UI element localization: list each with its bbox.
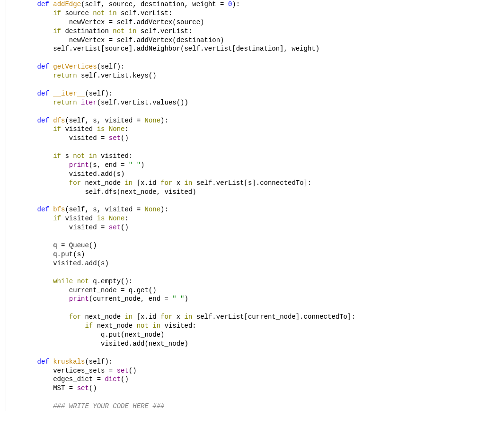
code-line[interactable]: self.dfs(next_node, visited)	[21, 188, 355, 197]
code-line[interactable]: q.put(next_node)	[21, 331, 355, 339]
code-line[interactable]	[21, 304, 355, 313]
code-line[interactable]: current_node = q.get()	[21, 286, 355, 295]
token	[73, 278, 77, 285]
code-line[interactable]: def kruskals(self):	[21, 357, 355, 366]
code-line[interactable]: def getVertices(self):	[21, 62, 355, 71]
code-line[interactable]: print(current_node, end = " ")	[21, 295, 355, 304]
token: is	[97, 215, 105, 222]
token: bfs	[53, 206, 65, 213]
code-line[interactable]: if next_node not in visited:	[21, 322, 355, 331]
code-line[interactable]: ### WRITE YOUR CODE HERE ###	[21, 402, 355, 411]
code-line[interactable]: self.verList[source].addNeighbor(self.ve…	[21, 44, 355, 53]
token: kruskals	[53, 358, 85, 365]
token: ):	[232, 0, 240, 8]
token: (self, source, destination, weight =	[81, 0, 228, 8]
token: is	[97, 125, 105, 133]
token: return	[53, 99, 77, 106]
code-line[interactable]: q.put(s)	[21, 250, 355, 259]
token: in	[185, 313, 193, 321]
code-line[interactable]	[21, 232, 355, 241]
token: not in	[137, 322, 160, 330]
token: next_node	[93, 322, 136, 330]
token: (current_node, end =	[89, 295, 172, 303]
code-line[interactable]: for next_node in [x.id for x in self.ver…	[21, 313, 355, 322]
code-line[interactable]	[21, 107, 355, 116]
token: " "	[172, 295, 184, 303]
token: visited.add(s)	[69, 170, 125, 178]
token	[77, 99, 81, 106]
code-line[interactable]: q = Queue()	[21, 241, 355, 250]
code-line[interactable]: visited = set()	[21, 223, 355, 232]
code-line[interactable]	[21, 80, 355, 89]
token: self.verList[s].connectedTo]:	[192, 179, 311, 187]
code-line[interactable]: visited = set()	[21, 134, 355, 143]
token: while	[53, 278, 73, 285]
token: set	[117, 367, 129, 374]
code-line[interactable]: return self.verList.keys()	[21, 71, 355, 80]
code-line[interactable]: if s not in visited:	[21, 152, 355, 161]
code-line[interactable]	[21, 53, 355, 62]
token: def	[37, 90, 49, 97]
code-line[interactable]	[21, 143, 355, 152]
code-line[interactable]: visited.add(s)	[21, 170, 355, 179]
code-line[interactable]: for next_node in [x.id for x in self.ver…	[21, 179, 355, 188]
code-line[interactable]: def addEdge(self, source, destination, w…	[21, 0, 355, 9]
code-line[interactable]: if source not in self.verList:	[21, 9, 355, 18]
token: for	[160, 179, 172, 187]
token: None	[109, 125, 125, 133]
token: set	[109, 134, 121, 142]
token: if	[53, 125, 61, 133]
token: def	[37, 117, 49, 124]
token: in	[185, 179, 193, 187]
token: visited:	[97, 152, 133, 160]
token	[49, 90, 53, 97]
code-line[interactable]	[21, 393, 355, 402]
code-line[interactable]: MST = set()	[21, 384, 355, 393]
token: visited	[61, 215, 97, 222]
code-line[interactable]: if visited is None:	[21, 214, 355, 223]
code-line[interactable]: if visited is None:	[21, 125, 355, 134]
code-line[interactable]: def dfs(self, s, visited = None):	[21, 116, 355, 125]
token: (self):	[85, 358, 113, 365]
code-line[interactable]: return iter(self.verList.values())	[21, 98, 355, 107]
token: ### WRITE YOUR CODE HERE ###	[53, 402, 164, 410]
token: (self.verList.values())	[97, 99, 188, 106]
token: for	[160, 313, 172, 321]
code-line[interactable]: if destination not in self.verList:	[21, 27, 355, 36]
token	[49, 63, 53, 70]
token: self.verList:	[137, 27, 193, 35]
code-line[interactable]: def bfs(self, s, visited = None):	[21, 205, 355, 214]
token: addEdge	[53, 0, 81, 8]
token: None	[109, 215, 125, 222]
code-line[interactable]	[21, 268, 355, 277]
code-line[interactable]: print(s, end = " ")	[21, 161, 355, 170]
token: ()	[121, 224, 129, 231]
code-line[interactable]: vertices_sets = set()	[21, 366, 355, 375]
code-line[interactable]	[21, 348, 355, 357]
code-line[interactable]: edges_dict = dict()	[21, 375, 355, 384]
code-line[interactable]: visited.add(next_node)	[21, 339, 355, 348]
code-line[interactable]: while not q.empty():	[21, 277, 355, 286]
code-line[interactable]: visited.add(s)	[21, 259, 355, 268]
code-line[interactable]: newVertex = self.addVertex(source)	[21, 18, 355, 27]
text-cursor	[4, 241, 4, 249]
code-line[interactable]: newVertex = self.addVertex(destination)	[21, 36, 355, 45]
token: in	[124, 313, 133, 321]
token: x	[172, 313, 184, 321]
token: visited	[61, 125, 97, 133]
token: newVertex = self.addVertex(source)	[69, 18, 204, 26]
token	[105, 215, 108, 222]
token: q.put(next_node)	[101, 331, 164, 339]
token: iter	[81, 99, 97, 106]
token: dict	[105, 375, 121, 383]
token: q.put(s)	[53, 251, 85, 258]
token: in	[124, 179, 133, 187]
code-editor[interactable]: def addEdge(self, source, destination, w…	[0, 0, 504, 411]
code-line[interactable]: def __iter__(self):	[21, 89, 355, 98]
token: :	[124, 125, 128, 133]
code-area[interactable]: def addEdge(self, source, destination, w…	[6, 0, 355, 411]
token: self.verList:	[117, 9, 173, 17]
code-line[interactable]	[21, 197, 355, 206]
token: next_node	[81, 313, 124, 321]
token: getVertices	[53, 63, 97, 70]
